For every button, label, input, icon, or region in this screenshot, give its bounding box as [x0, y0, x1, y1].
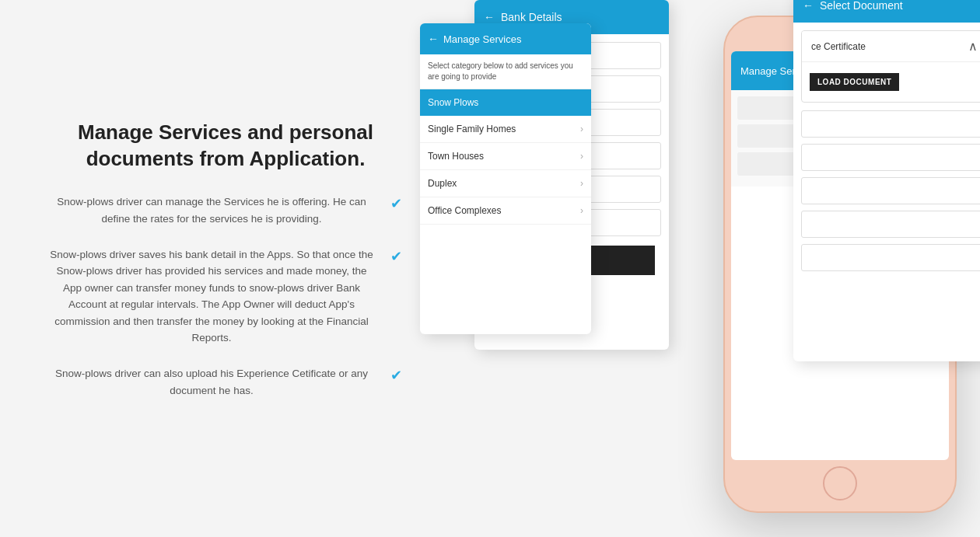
- chevron-icon-3: ›: [580, 178, 583, 189]
- menu-item-snow-plows[interactable]: Snow Plows: [420, 89, 591, 116]
- menu-item-single-family[interactable]: Single Family Homes ›: [420, 116, 591, 143]
- bank-details-title: Bank Details: [501, 11, 562, 23]
- upload-document-button[interactable]: LOAD DOCUMENT: [810, 73, 899, 91]
- page-container: Manage Services and personal documents f…: [0, 0, 980, 537]
- feature-text-3: Snow-plows driver can also upload his Ex…: [47, 365, 376, 399]
- check-icon-1: ✔: [387, 195, 404, 212]
- doc-section-title: ce Certificate: [811, 41, 866, 52]
- manage-services-subtitle: Select category below to add services yo…: [420, 54, 591, 89]
- chevron-icon-1: ›: [580, 124, 583, 134]
- phone-home-button[interactable]: [823, 466, 857, 500]
- feature-item-2: Snow-plows driver saves his bank detail …: [47, 246, 404, 347]
- feature-item-1: Snow-plows driver can manage the Service…: [47, 194, 404, 227]
- chevron-up-icon: ∧: [968, 39, 978, 54]
- select-document-screen: ← Select Document ce Certificate ∧ LOAD …: [793, 0, 980, 361]
- back-arrow-manage[interactable]: ←: [428, 33, 439, 45]
- menu-item-office-complexes[interactable]: Office Complexes ›: [420, 197, 591, 225]
- main-heading: Manage Services and personal documents f…: [47, 120, 404, 173]
- back-arrow-doc[interactable]: ←: [803, 0, 814, 12]
- feature-text-1: Snow-plows driver can manage the Service…: [47, 194, 376, 227]
- chevron-icon-4: ›: [580, 205, 583, 216]
- check-icon-3: ✔: [387, 367, 404, 384]
- doc-section: ce Certificate ∧ LOAD DOCUMENT: [801, 30, 980, 103]
- check-icon-2: ✔: [387, 248, 404, 265]
- feature-text-2: Snow-plows driver saves his bank detail …: [47, 246, 376, 347]
- doc-section-header: ce Certificate ∧: [802, 31, 980, 62]
- right-area: ← Manage Services Select category below …: [537, 0, 980, 537]
- back-arrow-bank[interactable]: ←: [484, 11, 495, 23]
- select-document-title: Select Document: [820, 0, 903, 12]
- manage-services-title: Manage Services: [443, 33, 521, 45]
- feature-item-3: Snow-plows driver can also upload his Ex…: [47, 365, 404, 399]
- chevron-icon-2: ›: [580, 151, 583, 162]
- manage-services-header: ← Manage Services: [420, 23, 591, 54]
- left-content: Manage Services and personal documents f…: [0, 89, 436, 449]
- menu-item-duplex[interactable]: Duplex ›: [420, 170, 591, 197]
- manage-services-screen: ← Manage Services Select category below …: [420, 23, 591, 334]
- menu-item-town-houses[interactable]: Town Houses ›: [420, 143, 591, 170]
- select-document-header: ← Select Document: [793, 0, 980, 23]
